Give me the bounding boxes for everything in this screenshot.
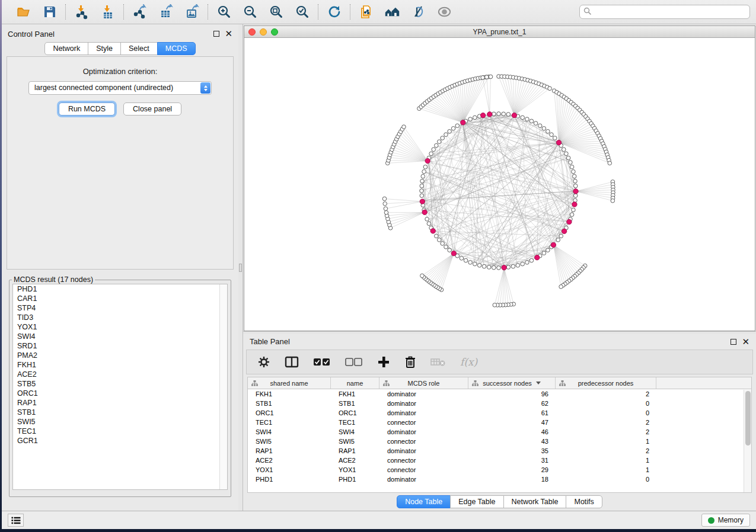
network-node[interactable] <box>384 211 388 215</box>
export-table-icon[interactable] <box>158 4 174 20</box>
cell-shared-name[interactable]: FKH1 <box>248 390 331 398</box>
cell-shared-name[interactable]: YOX1 <box>248 466 331 473</box>
network-hub-node[interactable] <box>562 229 566 233</box>
cell-successor-nodes[interactable]: 62 <box>468 400 556 407</box>
cell-shared-name[interactable]: SWI4 <box>248 428 331 435</box>
column-header-successor-nodes[interactable]: successor nodes <box>468 377 556 389</box>
network-node[interactable] <box>420 194 424 198</box>
cell-name[interactable]: RAP1 <box>331 447 379 454</box>
cell-successor-nodes[interactable]: 43 <box>468 438 556 445</box>
column-header-name[interactable]: name <box>331 377 379 389</box>
zoom-fit-icon[interactable] <box>268 4 284 20</box>
network-node[interactable] <box>502 112 506 116</box>
network-node[interactable] <box>516 264 520 268</box>
network-node[interactable] <box>432 148 436 152</box>
network-node[interactable] <box>542 251 546 255</box>
table-row[interactable]: STB1STB1dominator620 <box>248 399 751 408</box>
network-node[interactable] <box>464 258 468 262</box>
vertical-splitter[interactable] <box>238 24 243 511</box>
cell-successor-nodes[interactable]: 35 <box>468 447 556 454</box>
network-node[interactable] <box>451 127 455 131</box>
cell-name[interactable]: ACE2 <box>331 457 379 464</box>
network-node[interactable] <box>525 261 529 265</box>
network-node[interactable] <box>564 152 569 156</box>
network-node[interactable] <box>420 179 425 183</box>
mcds-result-item[interactable]: STB1 <box>13 408 227 417</box>
network-node[interactable] <box>497 112 501 116</box>
cell-name[interactable]: SWI5 <box>331 438 379 445</box>
cell-successor-nodes[interactable]: 18 <box>468 476 556 483</box>
tab-motifs[interactable]: Motifs <box>566 495 602 508</box>
network-graph[interactable] <box>244 38 755 331</box>
network-node[interactable] <box>534 121 538 126</box>
graphics-details-icon[interactable] <box>410 4 426 20</box>
network-node[interactable] <box>441 136 445 140</box>
maximize-window-icon[interactable] <box>271 28 278 36</box>
network-node[interactable] <box>570 213 574 217</box>
network-node[interactable] <box>511 264 515 268</box>
add-column-icon[interactable] <box>377 354 390 370</box>
cell-predecessor-nodes[interactable]: 0 <box>556 409 656 416</box>
cell-name[interactable]: TEC1 <box>331 419 379 426</box>
cell-successor-nodes[interactable]: 61 <box>468 409 556 416</box>
network-node[interactable] <box>546 130 550 134</box>
cell-name[interactable]: FKH1 <box>331 390 379 398</box>
network-node[interactable] <box>420 274 425 278</box>
tab-select[interactable]: Select <box>120 42 158 55</box>
mcds-result-item[interactable]: ORC1 <box>13 389 227 398</box>
cell-predecessor-nodes[interactable]: 2 <box>556 390 656 398</box>
network-node[interactable] <box>473 262 477 266</box>
cell-shared-name[interactable]: ACE2 <box>248 457 331 464</box>
network-node[interactable] <box>572 174 576 178</box>
network-node[interactable] <box>562 148 566 152</box>
network-node[interactable] <box>421 174 425 178</box>
network-node[interactable] <box>481 76 485 80</box>
network-node[interactable] <box>455 124 460 128</box>
import-table-icon[interactable] <box>100 4 116 20</box>
mcds-result-item[interactable]: SWI5 <box>13 417 227 427</box>
close-window-icon[interactable] <box>248 28 256 36</box>
cell-name[interactable]: ORC1 <box>331 409 379 416</box>
network-node[interactable] <box>423 165 428 169</box>
tab-network-table[interactable]: Network Table <box>503 495 567 508</box>
network-node[interactable] <box>438 238 442 242</box>
cell-MCDS-role[interactable]: dominator <box>379 447 468 454</box>
network-node[interactable] <box>546 248 550 252</box>
float-panel-icon[interactable] <box>213 31 219 37</box>
table-row[interactable]: ACE2ACE2connector311 <box>248 456 751 465</box>
search-input[interactable] <box>579 5 750 19</box>
cell-MCDS-role[interactable]: connector <box>379 466 468 473</box>
cell-MCDS-role[interactable]: connector <box>379 457 468 464</box>
network-node[interactable] <box>529 258 534 262</box>
cell-name[interactable]: YOX1 <box>331 466 379 473</box>
table-row[interactable]: SWI4SWI4dominator462 <box>248 427 751 437</box>
network-node[interactable] <box>559 234 563 238</box>
network-hub-node[interactable] <box>573 189 578 194</box>
import-network-icon[interactable] <box>74 4 90 20</box>
cell-name[interactable]: STB1 <box>331 400 379 407</box>
tab-mcds[interactable]: MCDS <box>157 42 196 55</box>
cell-shared-name[interactable]: PHD1 <box>248 476 331 483</box>
tab-network[interactable]: Network <box>44 42 88 55</box>
cell-predecessor-nodes[interactable]: 0 <box>556 400 656 407</box>
network-hub-node[interactable] <box>461 120 465 125</box>
cell-name[interactable]: SWI4 <box>331 428 379 435</box>
cell-predecessor-nodes[interactable]: 1 <box>556 438 656 445</box>
cell-predecessor-nodes[interactable]: 2 <box>556 428 656 435</box>
cell-MCDS-role[interactable]: connector <box>379 419 468 426</box>
network-node[interactable] <box>435 234 439 238</box>
network-node[interactable] <box>570 165 574 169</box>
network-hub-node[interactable] <box>551 242 556 247</box>
export-image-icon[interactable] <box>184 4 200 20</box>
mcds-result-item[interactable]: TID3 <box>13 313 227 322</box>
cell-name[interactable]: PHD1 <box>331 476 379 483</box>
open-file-icon[interactable] <box>15 4 31 20</box>
table-row[interactable]: YOX1YOX1connector291 <box>248 465 751 475</box>
network-node[interactable] <box>468 261 473 265</box>
network-node[interactable] <box>402 125 406 129</box>
column-header-shared-name[interactable]: shared name <box>248 377 331 389</box>
mcds-result-item[interactable]: PHD1 <box>13 284 227 294</box>
cell-shared-name[interactable]: RAP1 <box>248 447 331 454</box>
network-node[interactable] <box>489 75 493 79</box>
columns-icon[interactable] <box>285 354 299 370</box>
